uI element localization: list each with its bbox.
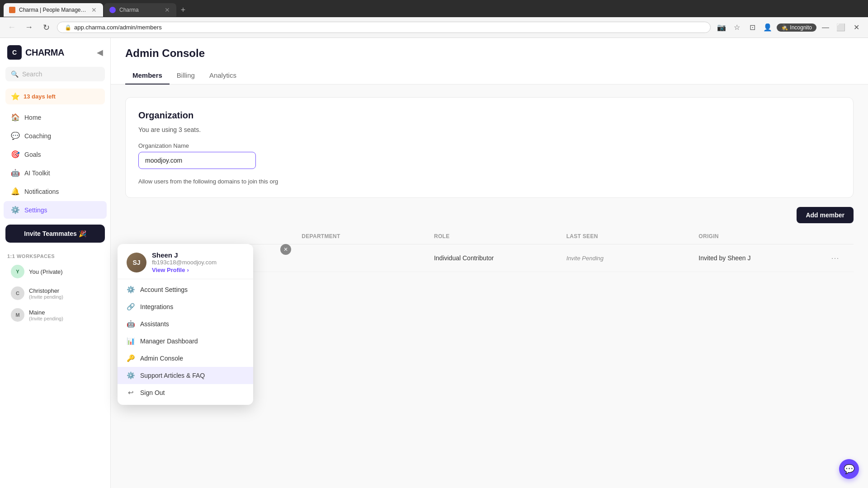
add-member-button[interactable]: Add member xyxy=(797,207,854,223)
url-bar[interactable]: 🔒 app.charma.com/admin/members xyxy=(57,22,711,33)
dropdown-integrations[interactable]: 🔗 Integrations xyxy=(118,298,253,315)
member-last-seen: Invite Pending xyxy=(566,255,699,262)
org-name-label: Organization Name xyxy=(138,142,840,149)
workspace-maine-sub: (Invite pending) xyxy=(29,316,63,321)
dropdown-sign-out[interactable]: ↩ Sign Out xyxy=(118,384,253,401)
admin-console-label: Admin Console xyxy=(140,355,183,362)
tab-1-close[interactable]: ✕ xyxy=(90,5,98,14)
trial-banner: ⭐ 13 days left xyxy=(5,89,105,104)
tab-2-close[interactable]: ✕ xyxy=(164,5,171,14)
sidebar-item-goals[interactable]: 🎯 Goals xyxy=(4,145,107,163)
support-articles-icon: ⚙️ xyxy=(127,371,135,380)
sidebar-item-coaching[interactable]: 💬 Coaching xyxy=(4,127,107,145)
profile-icon[interactable]: 👤 xyxy=(761,21,774,34)
lock-icon: 🔒 xyxy=(65,24,71,31)
url-text: app.charma.com/admin/members xyxy=(74,24,703,31)
dropdown-support-articles[interactable]: ⚙️ Support Articles & FAQ xyxy=(118,367,253,384)
close-window-button[interactable]: ✕ xyxy=(850,21,863,34)
sidebar-header: C CHARMA ◀ xyxy=(0,38,110,63)
member-role: Individual Contributor xyxy=(434,254,566,262)
user-dropdown-menu: SJ Sheen J fb193c18@moodjoy.com View Pro… xyxy=(118,244,253,405)
workspace-you[interactable]: Y You (Private) xyxy=(4,261,107,282)
page-title: Admin Console xyxy=(125,47,854,60)
chat-bubble[interactable]: 💬 xyxy=(839,459,859,479)
incognito-button[interactable]: 🕵 Incognito xyxy=(777,23,816,32)
main-header: Admin Console Members Billing Analytics xyxy=(111,38,868,84)
sidebar-item-ai-toolkit[interactable]: 🤖 AI Toolkit xyxy=(4,164,107,182)
back-button[interactable]: ← xyxy=(5,21,18,34)
dropdown-admin-console[interactable]: 🔑 Admin Console xyxy=(118,350,253,367)
member-actions[interactable]: ⋯ xyxy=(831,253,854,263)
sidebar: C CHARMA ◀ 🔍 Search ⭐ 13 days left 🏠 Hom… xyxy=(0,38,111,488)
dropdown-profile-info: Sheen J fb193c18@moodjoy.com View Profil… xyxy=(152,251,217,273)
org-seats-text: You are using 3 seats. xyxy=(138,126,840,133)
tab-1[interactable]: Charma | People Management S... ✕ xyxy=(4,3,103,17)
dropdown-view-profile-link[interactable]: View Profile › xyxy=(152,267,217,273)
org-name-input[interactable] xyxy=(138,152,256,169)
tab-analytics[interactable]: Analytics xyxy=(202,67,244,84)
sidebar-item-home-label: Home xyxy=(24,114,41,121)
assistants-icon: 🤖 xyxy=(127,320,135,328)
sidebar-item-ai-toolkit-label: AI Toolkit xyxy=(24,169,50,177)
logo: C CHARMA xyxy=(7,45,64,60)
trial-icon: ⭐ xyxy=(11,92,20,101)
workspace-maine[interactable]: M Maine (Invite pending) xyxy=(4,305,107,325)
manager-dashboard-icon: 📊 xyxy=(127,337,135,345)
dropdown-user-name: Sheen J xyxy=(152,251,217,259)
chevron-right-icon: › xyxy=(187,267,189,273)
logo-icon: C xyxy=(7,45,22,60)
dropdown-manager-dashboard[interactable]: 📊 Manager Dashboard xyxy=(118,333,253,350)
account-settings-icon: ⚙️ xyxy=(127,286,135,294)
col-header-name xyxy=(125,233,302,239)
dropdown-close-button[interactable]: ✕ xyxy=(280,244,291,255)
org-section: Organization You are using 3 seats. Orga… xyxy=(125,97,854,198)
manager-dashboard-label: Manager Dashboard xyxy=(140,338,198,345)
minimize-button[interactable]: — xyxy=(819,21,832,34)
sidebar-collapse-button[interactable]: ◀ xyxy=(97,47,103,57)
col-header-last-seen: Last Seen xyxy=(566,233,699,239)
forward-button[interactable]: → xyxy=(23,21,35,34)
workspace-christopher-avatar: C xyxy=(11,286,24,300)
tab-billing[interactable]: Billing xyxy=(170,67,202,84)
split-view-icon[interactable]: ⊡ xyxy=(746,21,759,34)
workspace-maine-name: Maine xyxy=(29,309,63,316)
view-profile-label: View Profile xyxy=(152,267,185,273)
sidebar-item-notifications-label: Notifications xyxy=(24,188,59,195)
dropdown-assistants[interactable]: 🤖 Assistants xyxy=(118,315,253,333)
tab-1-title: Charma | People Management S... xyxy=(19,7,87,13)
home-icon: 🏠 xyxy=(11,113,20,122)
tab-1-favicon xyxy=(9,7,15,13)
dropdown-account-settings[interactable]: ⚙️ Account Settings xyxy=(118,281,253,298)
dropdown-avatar: SJ xyxy=(127,253,146,272)
tabs: Members Billing Analytics xyxy=(125,67,854,84)
tab-2-favicon xyxy=(109,7,116,13)
maximize-button[interactable]: ⬜ xyxy=(835,21,847,34)
workspace-maine-avatar: M xyxy=(11,308,24,322)
integrations-label: Integrations xyxy=(140,303,173,310)
dropdown-user-email: fb193c18@moodjoy.com xyxy=(152,259,217,266)
invite-teammates-button[interactable]: Invite Teammates 🎉 xyxy=(5,225,105,243)
table-header: Department Role Last Seen Origin xyxy=(125,229,854,244)
more-options-icon[interactable]: ⋯ xyxy=(831,253,839,263)
workspace-christopher[interactable]: C Christopher (Invite pending) xyxy=(4,283,107,304)
incognito-label: Incognito xyxy=(790,24,812,31)
tab-members[interactable]: Members xyxy=(125,67,170,84)
sign-out-label: Sign Out xyxy=(140,389,165,396)
sign-out-icon: ↩ xyxy=(127,389,135,397)
refresh-button[interactable]: ↻ xyxy=(40,21,52,34)
new-tab-button[interactable]: + xyxy=(177,4,189,16)
bookmark-icon[interactable]: ☆ xyxy=(731,21,743,34)
col-header-origin: Origin xyxy=(698,233,831,239)
sidebar-search[interactable]: 🔍 Search xyxy=(5,67,105,81)
tab-2[interactable]: Charma ✕ xyxy=(104,3,176,17)
workspaces-section-label: 1:1 Workspaces xyxy=(0,248,110,261)
sidebar-item-settings-label: Settings xyxy=(24,206,47,214)
sidebar-item-settings[interactable]: ⚙️ Settings xyxy=(4,201,107,219)
workspace-christopher-sub: (Invite pending) xyxy=(29,294,63,300)
incognito-icon: 🕵 xyxy=(781,24,788,31)
sidebar-item-home[interactable]: 🏠 Home xyxy=(4,108,107,126)
member-origin: Invited by Sheen J xyxy=(698,254,831,262)
sidebar-item-notifications[interactable]: 🔔 Notifications xyxy=(4,183,107,200)
coaching-icon: 💬 xyxy=(11,131,20,140)
workspace-you-name: You (Private) xyxy=(29,268,63,275)
